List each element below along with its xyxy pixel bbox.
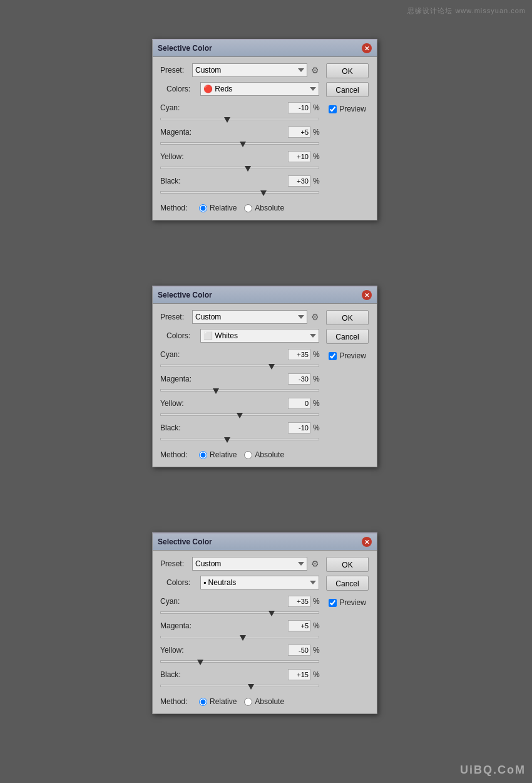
cyan-input-2[interactable] <box>288 349 310 360</box>
yellow-input-2[interactable] <box>288 398 310 409</box>
cyan-pct-2: % <box>313 350 319 359</box>
gear-icon-2[interactable]: ⚙ <box>311 312 319 322</box>
black-input-2[interactable] <box>288 422 310 433</box>
magenta-group-1: Magenta: % <box>160 127 319 148</box>
gear-icon-1[interactable]: ⚙ <box>311 65 319 75</box>
colors-select-2[interactable]: ⬜ Whites <box>200 329 319 343</box>
absolute-radio-1[interactable] <box>244 204 252 212</box>
yellow-input-3[interactable] <box>288 645 310 656</box>
cyan-label-1: Cyan: <box>160 103 198 112</box>
magenta-input-2[interactable] <box>288 373 310 385</box>
magenta-slider-1[interactable] <box>160 138 319 148</box>
yellow-label-3: Yellow: <box>160 646 198 655</box>
cyan-slider-3[interactable] <box>160 608 319 618</box>
colors-select-3[interactable]: ▪ Neutrals <box>200 576 319 589</box>
gear-icon-3[interactable]: ⚙ <box>311 559 319 569</box>
absolute-radio-3[interactable] <box>244 698 252 706</box>
dialog-1: Selective Color ✕ Preset: Custom ⚙ Color… <box>152 39 377 220</box>
black-slider-2[interactable] <box>160 434 319 444</box>
preview-checkbox-3[interactable] <box>329 599 337 607</box>
colors-row-3: Colors: ▪ Neutrals <box>166 576 319 589</box>
black-pct-2: % <box>313 423 319 432</box>
relative-radio-3[interactable] <box>199 698 207 706</box>
method-label-1: Method: <box>160 204 192 212</box>
yellow-group-2: Yellow: % <box>160 398 319 420</box>
dialog-1-body: Preset: Custom ⚙ Colors: 🔴 Reds Cyan: % <box>153 57 377 220</box>
titlebar-2: Selective Color ✕ <box>153 287 377 304</box>
cyan-slider-1[interactable] <box>160 114 319 124</box>
cyan-input-3[interactable] <box>288 596 310 607</box>
cyan-pct-1: % <box>313 103 319 112</box>
yellow-input-1[interactable] <box>288 151 310 162</box>
black-label-1: Black: <box>160 177 198 185</box>
cancel-button-1[interactable]: Cancel <box>326 82 369 97</box>
close-button-3[interactable]: ✕ <box>362 537 372 547</box>
colors-label-3: Colors: <box>166 578 197 587</box>
colors-row-2: Colors: ⬜ Whites <box>166 329 319 343</box>
method-row-1: Method: Relative Absolute <box>160 204 319 212</box>
absolute-option-2[interactable]: Absolute <box>244 450 284 459</box>
cyan-slider-2[interactable] <box>160 361 319 371</box>
ok-button-3[interactable]: OK <box>326 557 369 572</box>
watermark-top: 思缘设计论坛 www.missyuan.com <box>407 6 526 16</box>
magenta-group-2: Magenta: % <box>160 373 319 395</box>
black-label-2: Black: <box>160 423 198 432</box>
dialog-2: Selective Color ✕ Preset: Custom ⚙ Color… <box>152 286 377 467</box>
preview-checkbox-1[interactable] <box>329 105 337 113</box>
preset-select-3[interactable]: Custom <box>192 557 307 571</box>
close-button-2[interactable]: ✕ <box>362 290 372 300</box>
preview-row-2: Preview <box>329 351 366 360</box>
ok-button-1[interactable]: OK <box>326 63 369 78</box>
method-label-3: Method: <box>160 697 192 706</box>
yellow-label-1: Yellow: <box>160 152 198 161</box>
magenta-label-1: Magenta: <box>160 128 198 137</box>
magenta-input-3[interactable] <box>288 620 310 631</box>
black-input-1[interactable] <box>288 175 310 187</box>
yellow-slider-2[interactable] <box>160 410 319 420</box>
cyan-label-2: Cyan: <box>160 350 198 359</box>
dialog-3-body: Preset: Custom ⚙ Colors: ▪ Neutrals Cyan… <box>153 551 377 713</box>
yellow-slider-1[interactable] <box>160 163 319 173</box>
absolute-option-1[interactable]: Absolute <box>244 204 284 212</box>
preset-row-3: Preset: Custom ⚙ <box>160 557 319 571</box>
dialog-1-title: Selective Color <box>158 44 212 53</box>
relative-radio-1[interactable] <box>199 204 207 212</box>
relative-radio-2[interactable] <box>199 451 207 459</box>
magenta-input-1[interactable] <box>288 127 310 138</box>
close-button-1[interactable]: ✕ <box>362 43 372 53</box>
yellow-label-2: Yellow: <box>160 399 198 408</box>
cancel-button-2[interactable]: Cancel <box>326 329 369 344</box>
black-input-3[interactable] <box>288 669 310 680</box>
black-slider-3[interactable] <box>160 681 319 691</box>
magenta-pct-2: % <box>313 375 319 383</box>
cyan-group-2: Cyan: % <box>160 349 319 371</box>
magenta-pct-1: % <box>313 128 319 137</box>
relative-option-2[interactable]: Relative <box>199 450 237 459</box>
preview-label-2: Preview <box>339 351 366 360</box>
relative-option-1[interactable]: Relative <box>199 204 237 212</box>
cyan-input-1[interactable] <box>288 102 310 113</box>
preset-row-2: Preset: Custom ⚙ <box>160 310 319 324</box>
absolute-radio-2[interactable] <box>244 451 252 459</box>
magenta-label-3: Magenta: <box>160 621 198 630</box>
black-group-1: Black: % <box>160 175 319 197</box>
preview-label-3: Preview <box>339 598 366 607</box>
preview-checkbox-2[interactable] <box>329 352 337 360</box>
method-row-2: Method: Relative Absolute <box>160 450 319 459</box>
cyan-group-1: Cyan: % <box>160 102 319 124</box>
cancel-button-3[interactable]: Cancel <box>326 576 369 591</box>
ok-button-2[interactable]: OK <box>326 310 369 325</box>
black-slider-1[interactable] <box>160 187 319 197</box>
cyan-pct-3: % <box>313 597 319 606</box>
magenta-slider-2[interactable] <box>160 385 319 395</box>
yellow-slider-3[interactable] <box>160 656 319 666</box>
preset-select-1[interactable]: Custom <box>192 63 307 77</box>
black-group-2: Black: % <box>160 422 319 444</box>
dialog-3-title: Selective Color <box>158 537 212 546</box>
relative-option-3[interactable]: Relative <box>199 697 237 706</box>
preset-select-2[interactable]: Custom <box>192 310 307 324</box>
colors-select-1[interactable]: 🔴 Reds <box>200 82 319 96</box>
magenta-slider-3[interactable] <box>160 632 319 642</box>
titlebar-3: Selective Color ✕ <box>153 534 377 551</box>
absolute-option-3[interactable]: Absolute <box>244 697 284 706</box>
